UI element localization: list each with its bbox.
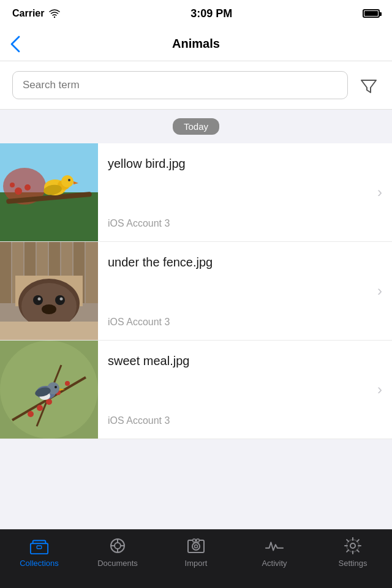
tab-activity[interactable]: Activity [235, 536, 314, 568]
collections-icon [29, 536, 49, 556]
filter-icon [358, 74, 380, 96]
svg-point-31 [60, 298, 63, 301]
svg-point-28 [33, 295, 43, 305]
settings-icon [343, 536, 363, 556]
svg-point-39 [46, 399, 52, 405]
svg-point-58 [195, 545, 198, 548]
svg-point-51 [115, 543, 121, 549]
svg-rect-32 [0, 322, 98, 340]
file-info: under the fence.jpg iOS Account 3 › [98, 242, 392, 340]
svg-marker-1 [361, 80, 376, 92]
page-title: Animals [172, 37, 220, 51]
activity-icon [265, 536, 284, 556]
tab-import-label: Import [185, 559, 208, 568]
svg-rect-16 [0, 242, 11, 303]
thumb-svg-dog [0, 242, 98, 340]
file-thumbnail [0, 341, 98, 439]
chevron-right-icon: › [377, 184, 382, 201]
svg-point-0 [54, 17, 55, 18]
file-info: sweet meal.jpg iOS Account 3 › [98, 341, 392, 439]
list-item[interactable]: yellow bird.jpg iOS Account 3 › [0, 143, 392, 242]
filter-button[interactable] [358, 74, 380, 96]
tab-collections-label: Collections [20, 559, 59, 568]
tab-import[interactable]: Import [157, 536, 235, 568]
file-name: sweet meal.jpg [108, 353, 382, 369]
nav-bar: Animals [0, 27, 392, 61]
svg-point-12 [15, 187, 22, 195]
tab-bar: Collections Documents Imp [0, 529, 392, 588]
file-name: yellow bird.jpg [108, 156, 382, 172]
file-account: iOS Account 3 [108, 317, 382, 328]
file-info: yellow bird.jpg iOS Account 3 › [98, 143, 392, 241]
svg-point-45 [55, 386, 57, 388]
tab-collections[interactable]: Collections [0, 536, 78, 568]
list-item[interactable]: sweet meal.jpg iOS Account 3 › [0, 341, 392, 439]
section-badge: Today [173, 118, 219, 135]
svg-point-29 [55, 295, 65, 305]
svg-point-62 [347, 540, 359, 552]
wifi-icon [49, 9, 60, 18]
back-button[interactable] [10, 35, 21, 53]
section-header: Today [0, 110, 392, 143]
svg-point-13 [24, 184, 31, 190]
svg-rect-49 [37, 546, 42, 549]
tab-activity-label: Activity [262, 559, 287, 568]
svg-point-41 [65, 381, 70, 386]
file-account: iOS Account 3 [108, 218, 382, 229]
chevron-right-icon: › [377, 282, 382, 300]
carrier-label: Carrier [12, 8, 44, 19]
tab-settings-label: Settings [339, 559, 368, 568]
import-icon [186, 536, 206, 556]
svg-point-30 [38, 298, 41, 301]
tab-documents[interactable]: Documents [78, 536, 157, 568]
thumb-svg-smallbird [0, 341, 98, 439]
svg-rect-59 [193, 539, 195, 542]
svg-rect-23 [86, 242, 98, 303]
tab-documents-label: Documents [97, 559, 138, 568]
tab-settings[interactable]: Settings [314, 536, 392, 568]
svg-point-8 [61, 175, 74, 187]
svg-point-38 [37, 405, 43, 411]
thumb-svg-bird [0, 143, 98, 241]
status-bar-time: 3:09 PM [190, 7, 232, 20]
file-account: iOS Account 3 [108, 415, 382, 426]
svg-point-14 [10, 183, 15, 187]
svg-point-61 [350, 543, 355, 548]
search-input[interactable] [12, 71, 348, 99]
file-thumbnail [0, 143, 98, 241]
status-bar-left: Carrier [12, 8, 60, 19]
svg-point-27 [42, 304, 56, 314]
file-list: yellow bird.jpg iOS Account 3 › [0, 143, 392, 439]
svg-rect-60 [197, 539, 199, 542]
battery-icon [363, 9, 380, 18]
svg-point-37 [28, 411, 34, 417]
file-thumbnail [0, 242, 98, 340]
search-area [0, 61, 392, 110]
chevron-right-icon: › [377, 381, 382, 398]
documents-icon [108, 536, 127, 556]
status-bar-right [363, 9, 380, 18]
status-bar: Carrier 3:09 PM [0, 0, 392, 27]
list-item[interactable]: under the fence.jpg iOS Account 3 › [0, 242, 392, 341]
svg-point-10 [68, 179, 70, 181]
file-name: under the fence.jpg [108, 254, 382, 270]
svg-point-57 [192, 543, 200, 550]
